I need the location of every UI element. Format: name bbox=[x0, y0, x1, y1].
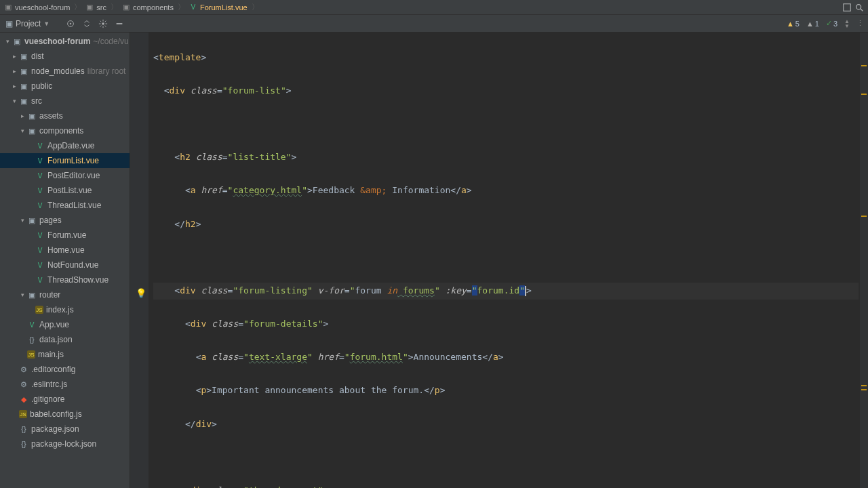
vue-icon: V bbox=[35, 247, 45, 254]
tree-label: data.json bbox=[39, 335, 73, 344]
vue-icon: V bbox=[35, 142, 45, 150]
expand-all-icon[interactable] bbox=[82, 19, 92, 28]
tree-item-public[interactable]: ▸▣public bbox=[0, 79, 130, 94]
warning-icon: ▲ bbox=[787, 20, 794, 28]
tree-item-package-lock-json[interactable]: {}package-lock.json bbox=[0, 436, 130, 451]
svg-point-1 bbox=[856, 4, 861, 9]
tree-label: babel.config.js bbox=[30, 409, 82, 419]
breadcrumb-src[interactable]: ▣ src bbox=[85, 3, 106, 12]
svg-point-5 bbox=[102, 22, 105, 25]
tree-item-ThreadList-vue[interactable]: VThreadList.vue bbox=[0, 198, 130, 213]
tree-item-components[interactable]: ▾▣components bbox=[0, 123, 130, 138]
tree-label: ThreadShow.vue bbox=[47, 275, 108, 285]
problem-nav[interactable]: ▲▼ bbox=[844, 19, 850, 28]
tree-item-AppDate-vue[interactable]: VAppDate.vue bbox=[0, 138, 130, 153]
expand-arrow-icon[interactable]: ▸ bbox=[19, 113, 26, 119]
project-selector[interactable]: ▣ Project ▼ bbox=[3, 18, 52, 30]
search-icon[interactable] bbox=[854, 3, 864, 12]
tree-label: public bbox=[31, 81, 52, 91]
tree-item-node_modules[interactable]: ▸▣node_moduleslibrary root bbox=[0, 64, 130, 79]
code-editor[interactable]: <template> <div class="forum-list"> <h2 … bbox=[130, 33, 868, 488]
tree-item-index-js[interactable]: JSindex.js bbox=[0, 302, 130, 317]
chevron-icon: 〉 bbox=[74, 2, 81, 12]
tree-item--eslintrc-js[interactable]: ⚙.eslintrc.js bbox=[0, 377, 130, 392]
expand-arrow-icon[interactable]: ▾ bbox=[11, 98, 18, 104]
typos-count[interactable]: ✓ 3 bbox=[826, 19, 837, 28]
hide-icon[interactable] bbox=[115, 19, 124, 28]
tree-item-PostList-vue[interactable]: VPostList.vue bbox=[0, 183, 130, 198]
tree-label: PostEditor.vue bbox=[47, 171, 100, 180]
more-icon[interactable]: ⋮ bbox=[856, 19, 865, 28]
tree-label: components bbox=[39, 126, 83, 136]
folder-icon: ▣ bbox=[19, 82, 28, 91]
expand-arrow-icon[interactable]: ▸ bbox=[11, 68, 18, 75]
tree-item-src[interactable]: ▾▣src bbox=[0, 94, 130, 108]
intention-bulb-icon[interactable]: 💡 bbox=[136, 285, 145, 295]
vue-icon: V bbox=[35, 262, 45, 269]
weak-warnings-count[interactable]: ▲ 1 bbox=[806, 20, 819, 28]
cfg-icon: ⚙ bbox=[19, 365, 28, 374]
folder-icon: ▣ bbox=[122, 3, 130, 12]
navigation-bar: ▣ vueschool-forum 〉 ▣ src 〉 ▣ components… bbox=[0, 0, 868, 15]
chevron-icon: 〉 bbox=[111, 2, 118, 12]
tree-label: src bbox=[31, 96, 42, 106]
select-opened-icon[interactable] bbox=[66, 19, 75, 28]
expand-arrow-icon[interactable]: ▾ bbox=[19, 291, 26, 298]
expand-arrow-icon[interactable]: ▾ bbox=[4, 38, 11, 45]
tree-label: node_modules bbox=[31, 66, 85, 76]
tree-label: App.vue bbox=[39, 320, 69, 329]
tree-item-router[interactable]: ▾▣router bbox=[0, 287, 130, 302]
tree-label: index.js bbox=[46, 305, 74, 314]
tree-item-ThreadShow-vue[interactable]: VThreadShow.vue bbox=[0, 272, 130, 287]
tree-item-ForumList-vue[interactable]: VForumList.vue bbox=[0, 153, 130, 168]
expand-arrow-icon[interactable]: ▾ bbox=[19, 217, 26, 224]
tree-item-data-json[interactable]: {}data.json bbox=[0, 332, 130, 347]
tree-item-NotFound-vue[interactable]: VNotFound.vue bbox=[0, 258, 130, 272]
tree-label: .gitignore bbox=[31, 394, 64, 404]
tree-item-main-js[interactable]: JSmain.js bbox=[0, 347, 130, 362]
breadcrumb-file[interactable]: V ForumList.vue bbox=[189, 3, 248, 12]
breadcrumb-components[interactable]: ▣ components bbox=[122, 3, 174, 12]
tree-label: .eslintrc.js bbox=[31, 380, 67, 389]
tree-item-babel-config-js[interactable]: JSbabel.config.js bbox=[0, 407, 130, 422]
folder-icon: ▣ bbox=[19, 97, 28, 106]
breadcrumb-root[interactable]: ▣ vueschool-forum bbox=[4, 3, 70, 12]
tree-item-PostEditor-vue[interactable]: VPostEditor.vue bbox=[0, 168, 130, 183]
settings-icon[interactable] bbox=[98, 19, 108, 28]
tree-item-package-json[interactable]: {}package.json bbox=[0, 422, 130, 436]
tree-item--gitignore[interactable]: ◆.gitignore bbox=[0, 392, 130, 407]
tree-label: ThreadList.vue bbox=[47, 201, 101, 210]
tree-item-pages[interactable]: ▾▣pages bbox=[0, 213, 130, 228]
tree-label: pages bbox=[39, 216, 62, 225]
folder-icon: ▣ bbox=[27, 216, 37, 225]
vue-icon: V bbox=[189, 3, 197, 12]
tree-item-Forum-vue[interactable]: VForum.vue bbox=[0, 228, 130, 243]
chevron-icon: 〉 bbox=[252, 2, 259, 12]
tree-item-assets[interactable]: ▸▣assets bbox=[0, 108, 130, 123]
expand-arrow-icon[interactable]: ▾ bbox=[19, 127, 26, 134]
json-icon: {} bbox=[27, 336, 37, 344]
project-tree[interactable]: ▾ ▣ vueschool-forum ~/code/vu ▸▣dist▸▣no… bbox=[0, 33, 130, 488]
vue-icon: V bbox=[35, 202, 45, 209]
code-content[interactable]: <template> <div class="forum-list"> <h2 … bbox=[149, 33, 859, 488]
folder-icon: ▣ bbox=[19, 52, 28, 61]
cfg-icon: ⚙ bbox=[19, 380, 28, 389]
svg-line-2 bbox=[861, 8, 863, 11]
tree-root[interactable]: ▾ ▣ vueschool-forum ~/code/vu bbox=[0, 34, 130, 49]
error-stripe[interactable] bbox=[860, 33, 868, 488]
tree-item-App-vue[interactable]: VApp.vue bbox=[0, 317, 130, 332]
tree-label: package-lock.json bbox=[31, 439, 96, 449]
maximize-icon[interactable] bbox=[842, 3, 852, 12]
expand-arrow-icon[interactable]: ▸ bbox=[11, 83, 18, 89]
folder-icon: ▣ bbox=[27, 291, 37, 300]
tree-label: assets bbox=[39, 111, 63, 121]
tree-label: ForumList.vue bbox=[47, 156, 99, 165]
expand-arrow-icon[interactable]: ▸ bbox=[11, 53, 18, 60]
tree-label: PostList.vue bbox=[47, 186, 92, 195]
tree-item--editorconfig[interactable]: ⚙.editorconfig bbox=[0, 362, 130, 377]
tree-label: AppDate.vue bbox=[47, 141, 94, 150]
json-icon: {} bbox=[19, 440, 28, 448]
tree-item-Home-vue[interactable]: VHome.vue bbox=[0, 243, 130, 258]
warnings-count[interactable]: ▲ 5 bbox=[787, 20, 800, 28]
tree-item-dist[interactable]: ▸▣dist bbox=[0, 49, 130, 64]
